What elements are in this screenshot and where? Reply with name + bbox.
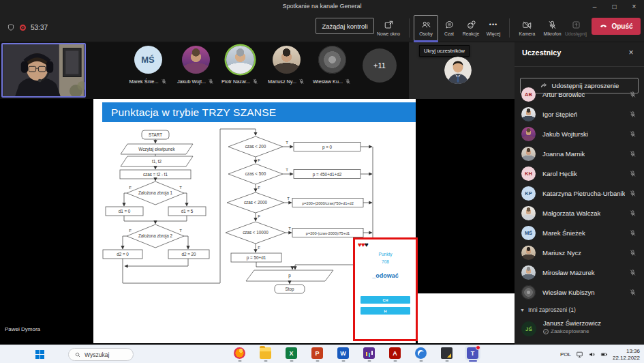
participant-row[interactable]: KH Karol Hęclik xyxy=(515,164,644,184)
camera-button[interactable]: Kamera xyxy=(515,15,540,41)
network-monitor-icon[interactable] xyxy=(576,351,583,358)
presenter-video[interactable] xyxy=(1,43,86,98)
svg-text:d1 = 5: d1 = 5 xyxy=(181,209,194,214)
avatar xyxy=(521,127,536,141)
mic-off-icon xyxy=(345,78,351,85)
share-up-icon xyxy=(571,20,581,30)
share-screen-button[interactable]: Udostępnij xyxy=(562,15,589,41)
people-button[interactable]: Osoby xyxy=(414,15,438,41)
avatar[interactable] xyxy=(444,57,472,84)
battery-icon[interactable] xyxy=(600,351,608,358)
svg-text:p=200-(czas-2000)/75+d1: p=200-(czas-2000)/75+d1 xyxy=(306,231,350,235)
search-icon xyxy=(74,351,81,358)
participant-row[interactable]: Mariusz Nycz xyxy=(515,243,644,263)
filmstrip-tile[interactable]: MŚ Marek Śnie... xyxy=(122,46,174,96)
participant-row[interactable]: Małgorzata Walczak xyxy=(515,203,644,223)
avatar: KP xyxy=(521,186,536,201)
participant-row[interactable]: Jakub Wojturski xyxy=(515,124,644,144)
participant-row[interactable]: Joanna Marnik xyxy=(515,144,644,164)
mic-off-icon xyxy=(629,170,637,177)
request-control-button[interactable]: Zażądaj kontroli xyxy=(316,18,374,34)
svg-text:czas < 2000: czas < 2000 xyxy=(244,200,268,205)
svg-text:d2 = 20: d2 = 20 xyxy=(181,252,196,257)
taskbar-excel-icon[interactable]: X xyxy=(286,347,297,359)
answer-button-ch[interactable]: CH xyxy=(361,296,410,304)
avatar xyxy=(521,246,536,260)
answer-button-h[interactable]: H xyxy=(361,307,410,315)
mic-off-icon xyxy=(629,229,637,237)
invited-participant-row[interactable]: JŚ Janusz Świerzowicz ✓ Zaakceptowane xyxy=(515,319,644,343)
mic-off-icon xyxy=(629,249,637,257)
close-panel-icon[interactable]: × xyxy=(624,46,638,59)
participant-row[interactable]: Mirosław Mazurek xyxy=(515,263,644,282)
taskbar-search[interactable]: Wyszukaj xyxy=(68,348,134,361)
taskbar-clock[interactable]: 13:36 22.12.2022 xyxy=(613,348,640,362)
taskbar-acrobat-icon[interactable]: A xyxy=(389,347,401,359)
svg-text:T: T xyxy=(287,197,290,201)
others-invited-section[interactable]: ▼ Inni zaproszeni (1) xyxy=(515,304,644,316)
participant-filmstrip: MŚ Marek Śnie... Jakub Wojt... Piotr Naz… xyxy=(0,42,515,99)
participant-list: AB Artur Borowiec Igor Stępień Jakub Woj… xyxy=(515,85,644,302)
taskbar-teams-icon[interactable]: T xyxy=(467,347,478,359)
mic-off-icon xyxy=(629,111,637,118)
speaker-icon[interactable] xyxy=(588,351,596,358)
svg-text:p = 450+d1+d2: p = 450+d1+d2 xyxy=(313,172,342,177)
filmstrip-tile[interactable]: Wiesław Ku... xyxy=(306,46,358,96)
maximize-button[interactable]: □ xyxy=(604,0,624,12)
reactions-button[interactable]: Reakcje xyxy=(458,15,484,41)
participant-row[interactable]: AB Artur Borowiec xyxy=(515,85,644,104)
participant-row[interactable]: Igor Stępień xyxy=(515,104,644,124)
avatar xyxy=(521,147,536,161)
points-label: Punkty xyxy=(355,252,416,257)
mic-off-icon xyxy=(161,78,167,85)
recording-indicator-icon xyxy=(20,25,26,31)
taskbar-word-icon[interactable]: W xyxy=(337,347,349,359)
svg-text:p: p xyxy=(288,273,291,278)
svg-text:p = 50+d1: p = 50+d1 xyxy=(247,255,266,261)
chevron-down-icon: ▼ xyxy=(520,308,525,313)
filmstrip-tile[interactable]: Piotr Nazar... xyxy=(214,46,266,96)
chat-button[interactable]: Czat xyxy=(438,15,461,41)
presenter-webcam-image xyxy=(3,44,85,96)
accepted-check-icon: ✓ xyxy=(543,329,549,334)
filmstrip-tile[interactable]: Mariusz Ny... xyxy=(260,46,312,96)
avatar: MŚ xyxy=(134,46,162,74)
avatar xyxy=(273,46,301,74)
close-button[interactable]: × xyxy=(624,0,644,12)
svg-text:Wczytaj ekwipunek: Wczytaj ekwipunek xyxy=(138,147,175,152)
taskbar-powerpoint-icon[interactable]: P xyxy=(311,347,323,359)
reactions-icon xyxy=(466,20,476,30)
new-window-button[interactable]: Nowe okno xyxy=(373,15,403,41)
taskbar-thunderbird-icon[interactable] xyxy=(415,347,427,359)
language-indicator[interactable]: POL xyxy=(560,351,571,358)
participant-row[interactable]: Wiesław Kubiszyn xyxy=(515,282,644,302)
suit-portrait xyxy=(444,57,472,84)
more-dots-icon: ••• xyxy=(489,20,497,30)
avatar xyxy=(226,46,254,74)
overflow-participants-badge[interactable]: +11 xyxy=(363,48,397,83)
word-puzzle: _odować xyxy=(355,272,416,279)
avatar xyxy=(521,265,536,280)
leave-button[interactable]: Opuść xyxy=(592,18,641,35)
microphone-button[interactable]: Mikrofon xyxy=(540,15,565,41)
svg-text:Stop: Stop xyxy=(286,287,294,292)
chat-icon xyxy=(444,20,455,30)
participant-row[interactable]: KP Katarzyna Pietrucha-Urbanik xyxy=(515,184,644,203)
notification-dot xyxy=(476,345,480,350)
svg-text:Założona zbroja 2: Założona zbroja 2 xyxy=(138,233,173,239)
svg-text:czas = t2 - t1: czas = t2 - t1 xyxy=(143,172,168,177)
taskbar-purple-app-icon[interactable] xyxy=(363,347,375,359)
more-button[interactable]: ••• Więcej xyxy=(481,15,506,41)
taskbar-explorer-icon[interactable] xyxy=(260,347,271,359)
avatar xyxy=(318,46,346,74)
toolbar-divider xyxy=(509,18,510,38)
lives-hearts-icon: ♥♥♥ xyxy=(358,241,368,248)
windows-start-icon[interactable] xyxy=(35,350,44,359)
participant-row[interactable]: MŚ Marek Śnieżek xyxy=(515,223,644,243)
taskbar-firefox-icon[interactable] xyxy=(234,347,245,359)
svg-text:Założona zbroja 1: Założona zbroja 1 xyxy=(138,190,173,196)
svg-text:F: F xyxy=(129,229,132,233)
screen-share-stage: START Wczytaj ekwipunek t1, t2 czas = t2… xyxy=(0,99,515,345)
taskbar-notes-app-icon[interactable] xyxy=(441,347,453,359)
minimize-button[interactable]: – xyxy=(585,0,604,12)
